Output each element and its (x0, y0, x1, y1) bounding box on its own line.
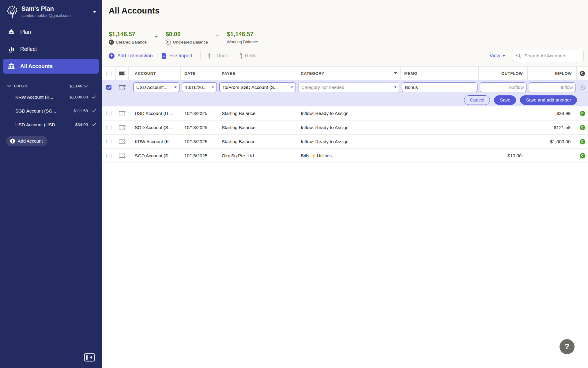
cell-category: Inflow: Ready to Assign (297, 111, 401, 116)
cleared-balance-group: $1,146.57 Cleared Balance (109, 31, 147, 45)
flag-icon[interactable] (119, 111, 126, 116)
select-all-checkbox[interactable] (106, 71, 111, 76)
edit-inflow-input[interactable] (532, 85, 573, 90)
sidebar-account-sgd[interactable]: SGD Account (SG... $111.58 (0, 104, 102, 118)
cell-account: KRW Account (K... (129, 139, 181, 144)
toolbar-divider (200, 52, 201, 59)
bank-icon (7, 63, 15, 70)
balance-summary: $1,146.57 Cleared Balance + $0.00 Unclea… (102, 24, 588, 45)
row-checkbox[interactable] (106, 139, 111, 144)
redo-button[interactable]: Redo (237, 53, 256, 59)
flag-icon[interactable] (119, 139, 126, 144)
cell-payee: Starting Balance (218, 125, 297, 130)
edit-category-input[interactable] (301, 85, 392, 90)
collapse-sidebar-button[interactable] (84, 353, 95, 362)
account-name: USD Account (USD... (15, 122, 59, 127)
transaction-edit-row: USD Account ... 10/16/20... To/From SGD … (102, 80, 588, 94)
edit-date-select[interactable]: 10/16/20... (182, 82, 217, 92)
row-checkbox[interactable] (106, 111, 111, 116)
payee-column-header[interactable]: PAYEE (218, 67, 297, 80)
toolbar: Add Transaction File Import Undo (102, 45, 588, 66)
flag-icon[interactable] (119, 125, 126, 130)
sidebar-item-all-accounts[interactable]: All Accounts (3, 59, 99, 74)
cancel-button[interactable]: Cancel (464, 95, 490, 105)
outflow-column-header[interactable]: OUTFLOW (479, 67, 528, 80)
cell-payee: Starting Balance (218, 111, 297, 116)
flag-icon[interactable] (119, 153, 126, 158)
check-icon (92, 123, 96, 126)
redo-label: Redo (245, 53, 256, 59)
add-transaction-button[interactable]: Add Transaction (109, 53, 153, 59)
cell-payee: Starting Balance (218, 139, 297, 144)
edit-outflow-input[interactable] (483, 85, 524, 90)
date-column-header[interactable]: DATE (181, 67, 218, 80)
select-all-header[interactable] (102, 67, 116, 80)
transaction-row[interactable]: SGD Account (S... 10/13/2025 Starting Ba… (102, 121, 588, 135)
row-checkbox[interactable] (106, 153, 111, 158)
cleared-toggle-icon[interactable] (580, 139, 585, 144)
save-and-add-another-button[interactable]: Save and add another (520, 95, 577, 105)
edit-category-select[interactable] (298, 82, 399, 92)
plan-switcher[interactable]: Sam's Plan samlee.mobbin@gmail.com (0, 0, 102, 21)
cleared-column-header[interactable] (577, 67, 588, 80)
account-amount: $34.99 (73, 122, 88, 127)
sidebar-item-reflect[interactable]: Reflect (0, 42, 102, 56)
flag-icon[interactable] (119, 85, 126, 90)
memo-column-header[interactable]: MEMO (401, 67, 479, 80)
cleared-toggle-icon[interactable] (580, 153, 585, 159)
plus-icon (10, 139, 15, 144)
top-area: All Accounts $1,146.57 Cleared Balance +… (102, 0, 588, 66)
edit-inflow-field[interactable] (529, 82, 575, 92)
edit-payee-select[interactable]: To/From SGD Account (S... (219, 82, 296, 92)
add-account-button[interactable]: Add Account (6, 136, 47, 146)
uncleared-toggle-icon[interactable] (580, 85, 585, 90)
undo-icon (209, 53, 214, 59)
page-title: All Accounts (109, 6, 160, 15)
cell-category: Bills: Utilities (297, 153, 401, 158)
sidebar: Sam's Plan samlee.mobbin@gmail.com Plan (0, 0, 102, 368)
save-button[interactable]: Save (494, 95, 516, 105)
undo-button[interactable]: Undo (209, 53, 228, 59)
flag-column-header[interactable] (116, 67, 129, 80)
edit-memo-field[interactable] (402, 82, 477, 92)
edit-account-select[interactable]: USD Account ... (133, 82, 179, 92)
account-column-header[interactable]: ACCOUNT (129, 67, 181, 80)
cell-account: USD Account (U... (129, 111, 181, 116)
edit-outflow-field[interactable] (480, 82, 526, 92)
cleared-balance-label: Cleared Balance (116, 40, 147, 44)
cash-group-amount: $1,146.57 (70, 84, 88, 88)
sidebar-item-label: All Accounts (20, 63, 53, 70)
category-filter-chevron-icon[interactable] (394, 72, 397, 74)
help-button[interactable]: ? (560, 339, 575, 354)
sidebar-item-label: Reflect (20, 46, 37, 52)
edit-memo-input[interactable] (405, 85, 475, 90)
main-content: All Accounts $1,146.57 Cleared Balance +… (102, 0, 588, 368)
plus-circle-icon (109, 53, 115, 59)
cleared-toggle-icon[interactable] (580, 111, 585, 116)
sidebar-item-plan[interactable]: Plan (0, 25, 102, 39)
inflow-column-header[interactable]: INFLOW (528, 67, 577, 80)
account-amount: $1,000.00 (67, 95, 88, 99)
file-import-button[interactable]: File Import (161, 53, 193, 59)
sidebar-account-usd[interactable]: USD Account (USD... $34.99 (0, 118, 102, 132)
transaction-row[interactable]: KRW Account (K... 10/13/2025 Starting Ba… (102, 135, 588, 149)
edit-row-checkbox[interactable] (106, 85, 111, 90)
cleared-toggle-icon[interactable] (580, 125, 585, 130)
cleared-badge-icon (109, 40, 114, 45)
row-checkbox[interactable] (106, 125, 111, 130)
search-input[interactable] (524, 53, 580, 59)
cell-category: Inflow: Ready to Assign (297, 139, 401, 144)
plan-dropdown-chevron-icon[interactable] (93, 11, 96, 13)
transaction-row[interactable]: USD Account (U... 10/13/2025 Starting Ba… (102, 106, 588, 121)
uncleared-balance-group: $0.00 Uncleared Balance (166, 31, 208, 45)
uncleared-balance-amount: $0.00 (166, 31, 208, 38)
category-column-header[interactable]: CATEGORY (297, 67, 401, 80)
working-balance-group: $1,146.57 Working Balance (227, 31, 258, 44)
undo-label: Undo (217, 53, 228, 59)
working-balance-amount: $1,146.57 (227, 31, 258, 38)
transaction-row[interactable]: SGD Account (S... 10/15/2025 Okx Sg Pte.… (102, 149, 588, 163)
sidebar-account-krw[interactable]: KRW Account (K... $1,000.00 (0, 90, 102, 104)
view-dropdown-button[interactable]: View (490, 53, 505, 59)
cash-group-header[interactable]: CASH $1,146.57 (0, 82, 102, 90)
search-box[interactable] (512, 50, 584, 62)
